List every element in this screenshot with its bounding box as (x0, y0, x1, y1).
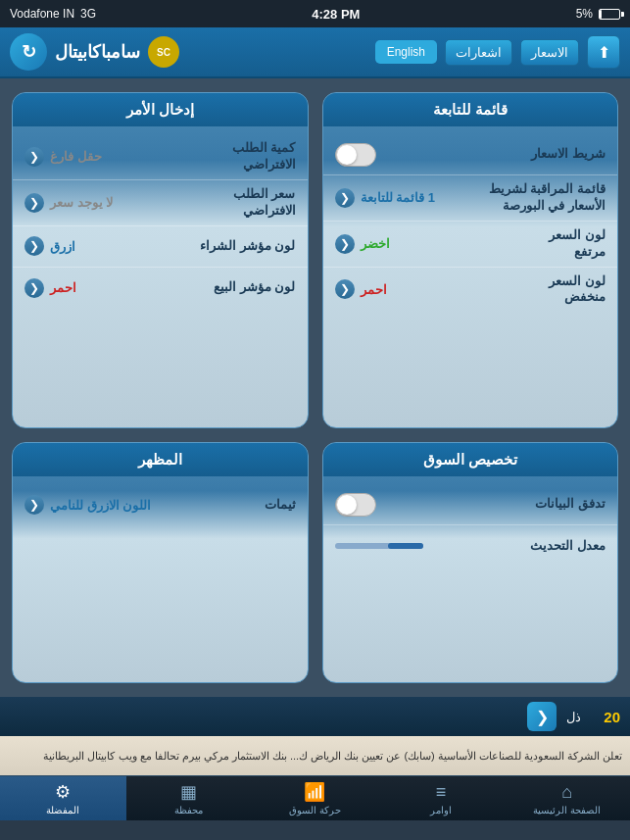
high-price-color-label: لون السعرمرتفع (549, 227, 606, 261)
refresh-rate-value (335, 543, 423, 549)
order-qty-label: كمية الطلبالافتراضي (232, 140, 296, 173)
order-qty-value: حقل فارغ ❮ (24, 147, 102, 167)
ticker-arrow-icon: ❮ (536, 708, 549, 726)
prices-button[interactable]: الاسعار (520, 39, 579, 66)
buy-color-value: ازرق ❮ (24, 236, 75, 256)
low-price-color-value: احمر ❮ (335, 279, 387, 299)
watchlist-monitor-chevron[interactable]: ❮ (335, 188, 355, 208)
data-flow-toggle[interactable] (335, 493, 376, 517)
order-qty-text: حقل فارغ (50, 149, 102, 164)
data-flow-label: تدفق البيانات (535, 496, 606, 513)
english-button[interactable]: English (375, 40, 437, 64)
orders-icon: ≡ (436, 782, 447, 803)
bottom-nav: ⚙ المفضلة ▦ محفظة 📶 حركة السوق ≡ اوامر ⌂… (0, 775, 630, 820)
notifications-button[interactable]: اشعارات (445, 39, 512, 66)
nav-market[interactable]: 📶 حركة السوق (252, 776, 378, 820)
high-price-color-value: اخضر ❮ (335, 234, 390, 254)
order-entry-card: إدخال الأمر كمية الطلبالافتراضي حقل فارغ… (12, 92, 309, 428)
sell-color-text: احمر (50, 280, 76, 295)
themes-chevron[interactable]: ❮ (24, 495, 44, 515)
sell-color-value: احمر ❮ (24, 278, 76, 298)
buy-color-label: لون مؤشر الشراء (200, 238, 295, 255)
watchlist-monitor-label: قائمة المراقبة لشريطالأسعار في البورصة (489, 181, 606, 215)
portfolio-label: محفظة (174, 805, 203, 815)
sell-color-label: لون مؤشر البيع (214, 279, 295, 296)
order-price-chevron[interactable]: ❮ (24, 193, 44, 213)
battery-icon (599, 9, 620, 20)
appearance-card: المظهر ثيمات اللون الازرق للنامي ❮ (12, 442, 309, 683)
buy-color-chevron[interactable]: ❮ (24, 236, 44, 256)
main-content: إدخال الأمر كمية الطلبالافتراضي حقل فارغ… (0, 78, 630, 697)
battery-percent: 5% (576, 7, 593, 21)
refresh-icon[interactable]: ↻ (10, 33, 47, 71)
nav-favorites[interactable]: ⚙ المفضلة (0, 776, 126, 820)
low-price-color-label: لون السعرمنخفض (549, 273, 606, 307)
order-price-label: سعر الطلبالافتراضي (233, 186, 296, 220)
network-text: 3G (80, 7, 96, 21)
ticker-bar: 20 ذل ❮ (0, 697, 630, 736)
brand-logo-text: SC (157, 47, 170, 58)
refresh-rate-label: معدل التحديث (530, 538, 606, 555)
high-price-color-text: اخضر (361, 236, 390, 251)
slider-fill (388, 543, 423, 549)
buy-color-text: ازرق (50, 239, 75, 254)
home-icon: ⌂ (561, 782, 572, 803)
carrier-text: Vodafone IN (10, 7, 74, 21)
nav-home[interactable]: ⌂ الصفحة الرئيسية (504, 776, 630, 820)
carrier-info: Vodafone IN 3G (10, 7, 96, 21)
market-icon: 📶 (304, 781, 325, 803)
table-row: تدفق البيانات (323, 484, 618, 525)
price-ticker-label: شريط الاسعار (531, 146, 606, 163)
share-button[interactable]: ⬆ (587, 35, 620, 69)
low-price-color-chevron[interactable]: ❮ (335, 279, 355, 299)
table-row: لون مؤشر الشراء ازرق ❮ (13, 226, 308, 268)
home-label: الصفحة الرئيسية (533, 805, 601, 815)
low-price-color-text: احمر (361, 282, 387, 297)
ticker-arrow-button[interactable]: ❮ (527, 702, 557, 731)
table-row: كمية الطلبالافتراضي حقل فارغ ❮ (13, 134, 308, 180)
table-row: معدل التحديث (323, 525, 618, 567)
order-price-value: لا يوجد سعر ❮ (24, 193, 113, 213)
table-row: لون مؤشر البيع احمر ❮ (13, 268, 308, 309)
watchlist-header: قائمة للتابعة (323, 93, 618, 126)
market-alloc-body: تدفق البيانات معدل التحديث (323, 476, 618, 574)
table-row: لون السعرمنخفض احمر ❮ (323, 268, 618, 313)
themes-text: اللون الازرق للنامي (50, 498, 151, 513)
market-alloc-card: تخصيص السوق تدفق البيانات معدل التحديث (322, 442, 619, 683)
watchlist-monitor-text: 1 قائمة للتابعة (361, 190, 435, 205)
app-header: ↻ سامباكابيتال SC English اشعارات الاسعا… (0, 27, 630, 78)
table-row: سعر الطلبالافتراضي لا يوجد سعر ❮ (13, 180, 308, 226)
header-right: English اشعارات الاسعار ⬆ (375, 35, 620, 69)
sell-color-chevron[interactable]: ❮ (24, 278, 44, 298)
portfolio-icon: ▦ (180, 781, 197, 803)
toggle-knob (337, 145, 357, 165)
table-row: لون السعرمرتفع اخضر ❮ (323, 222, 618, 268)
market-label: حركة السوق (289, 805, 341, 815)
table-row: ثيمات اللون الازرق للنامي ❮ (13, 484, 308, 525)
news-bar: تعلن الشركة السعودية للصناعات الأساسية (… (0, 736, 630, 775)
price-ticker-value (335, 143, 376, 167)
themes-value: اللون الازرق للنامي ❮ (24, 495, 151, 515)
themes-label: ثيمات (265, 497, 296, 514)
header-left: ↻ سامباكابيتال SC (10, 33, 179, 71)
orders-label: اوامر (430, 805, 452, 815)
watchlist-monitor-value: 1 قائمة للتابعة ❮ (335, 188, 435, 208)
table-row: شريط الاسعار (323, 134, 618, 175)
price-ticker-toggle[interactable] (335, 143, 376, 167)
battery-info: 5% (576, 7, 620, 21)
nav-portfolio[interactable]: ▦ محفظة (126, 776, 253, 820)
appearance-body: ثيمات اللون الازرق للنامي ❮ (13, 476, 308, 533)
favorites-icon: ⚙ (55, 781, 71, 803)
watchlist-card: قائمة للتابعة شريط الاسعار قائمة المراقب… (322, 92, 619, 428)
news-text: تعلن الشركة السعودية للصناعات الأساسية (… (43, 750, 622, 763)
high-price-color-chevron[interactable]: ❮ (335, 234, 355, 254)
brand-name: سامباكابيتال (55, 41, 140, 63)
share-icon: ⬆ (598, 43, 610, 62)
order-qty-chevron[interactable]: ❮ (24, 147, 44, 167)
appearance-header: المظهر (13, 443, 308, 476)
clock: 4:28 PM (312, 7, 360, 22)
nav-orders[interactable]: ≡ اوامر (378, 776, 505, 820)
refresh-rate-slider[interactable] (335, 543, 423, 549)
brand-logo: SC (148, 36, 179, 68)
favorites-label: المفضلة (46, 805, 79, 815)
